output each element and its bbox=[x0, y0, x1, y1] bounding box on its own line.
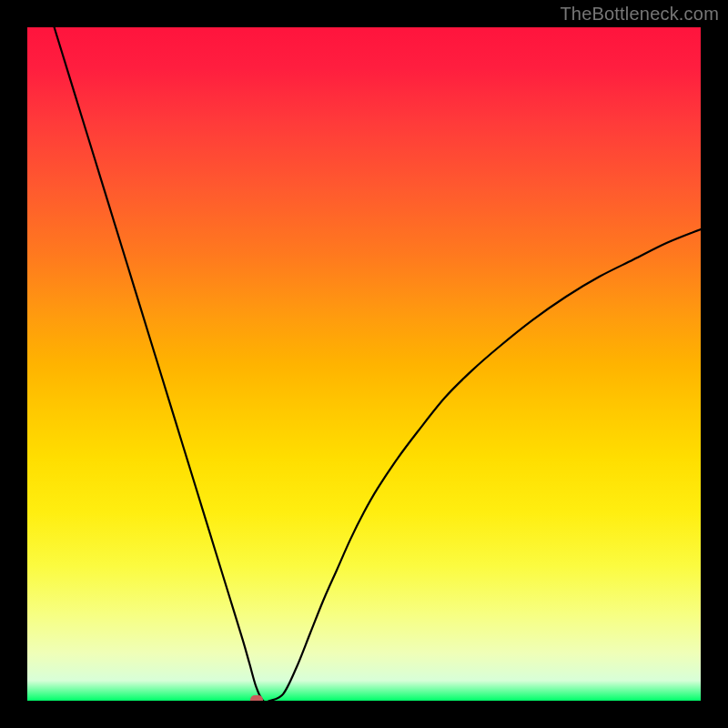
chart-frame: TheBottleneck.com bbox=[0, 0, 728, 728]
bottleneck-curve bbox=[55, 27, 701, 701]
plot-area bbox=[27, 27, 701, 701]
optimal-point-marker bbox=[250, 695, 263, 701]
curve-svg bbox=[27, 27, 701, 701]
watermark-text: TheBottleneck.com bbox=[560, 4, 719, 25]
